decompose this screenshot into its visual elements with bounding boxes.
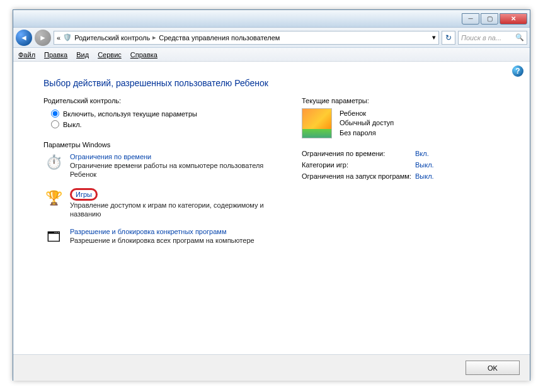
current-params-label: Текущие параметры:: [302, 97, 512, 104]
time-restrictions-link[interactable]: Ограничения по времени: [70, 153, 151, 160]
chevron-down-icon[interactable]: ▾: [432, 33, 436, 42]
search-placeholder: Поиск в па...: [461, 34, 501, 42]
radio-on-label: Включить, используя текущие параметры: [63, 110, 197, 118]
right-column: Текущие параметры: Ребенок Обычный досту…: [302, 97, 512, 256]
windows-params-label: Параметры Windows: [43, 141, 283, 148]
breadcrumb[interactable]: « 🛡️ Родительский контроль ▸ Средства уп…: [54, 31, 439, 45]
user-role: Обычный доступ: [340, 118, 394, 128]
chevron-right-icon: ▸: [152, 33, 156, 42]
radio-off[interactable]: [51, 120, 59, 128]
games-link-highlight: Игры: [70, 188, 98, 201]
breadcrumb-item-2[interactable]: Средства управления пользователем: [159, 34, 280, 42]
menu-help[interactable]: Справка: [130, 51, 157, 59]
breadcrumb-item-1[interactable]: Родительский контроль: [74, 34, 150, 42]
games-desc: Управление доступом к играм по категории…: [70, 201, 283, 219]
programs-desc: Разрешение и блокировка всех программ на…: [70, 236, 283, 245]
param-prog-value[interactable]: Выкл.: [415, 172, 434, 180]
ok-button[interactable]: OK: [466, 361, 520, 375]
param-games-label: Категории игр:: [302, 161, 415, 169]
param-row-programs: Ограничения на запуск программ: Выкл.: [302, 172, 512, 180]
chevron-left-icon: «: [57, 34, 60, 42]
page-title: Выбор действий, разрешенных пользователю…: [43, 78, 512, 88]
refresh-button[interactable]: ↻: [442, 31, 455, 45]
setting-games: 🏆 Игры Управление доступом к играм по ка…: [43, 188, 283, 219]
parental-control-label: Родительский контроль:: [43, 97, 283, 104]
menu-view[interactable]: Вид: [76, 51, 89, 59]
menubar: Файл Правка Вид Сервис Справка: [13, 48, 530, 62]
clock-icon: ⏱️: [43, 152, 64, 172]
games-link[interactable]: Игры: [76, 191, 92, 198]
param-time-value[interactable]: Вкл.: [415, 150, 429, 157]
radio-off-label: Выкл.: [63, 121, 82, 128]
left-column: Родительский контроль: Включить, использ…: [43, 97, 283, 256]
radio-off-row[interactable]: Выкл.: [43, 119, 283, 130]
param-row-time: Ограничения по времени: Вкл.: [302, 150, 512, 157]
search-input[interactable]: Поиск в па... 🔍: [458, 31, 527, 45]
window-icon: 🗔: [43, 227, 64, 247]
forward-button[interactable]: ►: [35, 30, 51, 46]
user-panel: Ребенок Обычный доступ Без пароля: [302, 108, 512, 138]
footer: OK: [13, 354, 530, 381]
trophy-icon: 🏆: [43, 188, 64, 208]
avatar: [302, 108, 332, 138]
titlebar: ─ ▢ ✕: [13, 10, 530, 28]
minimize-button[interactable]: ─: [462, 13, 479, 25]
param-games-value[interactable]: Выкл.: [415, 161, 434, 169]
help-icon[interactable]: ?: [512, 65, 523, 77]
menu-file[interactable]: Файл: [18, 51, 35, 59]
radio-on-row[interactable]: Включить, используя текущие параметры: [43, 108, 283, 119]
user-password: Без пароля: [340, 128, 394, 138]
content: ? Выбор действий, разрешенных пользовате…: [13, 62, 530, 354]
back-button[interactable]: ◄: [16, 30, 32, 46]
setting-time: ⏱️ Ограничения по времени Ограничение вр…: [43, 152, 283, 179]
setting-programs: 🗔 Разрешение и блокировка конкретных про…: [43, 227, 283, 247]
menu-edit[interactable]: Правка: [44, 51, 67, 59]
window: ─ ▢ ✕ ◄ ► « 🛡️ Родительский контроль ▸ С…: [13, 9, 530, 381]
user-name: Ребенок: [340, 109, 394, 118]
close-button[interactable]: ✕: [500, 13, 527, 25]
time-restrictions-desc: Ограничение времени работы на компьютере…: [70, 161, 283, 179]
param-row-games: Категории игр: Выкл.: [302, 161, 512, 169]
maximize-button[interactable]: ▢: [481, 13, 498, 25]
programs-link[interactable]: Разрешение и блокировка конкретных прогр…: [70, 228, 226, 235]
radio-on[interactable]: [51, 109, 59, 118]
param-time-label: Ограничения по времени:: [302, 150, 415, 157]
menu-service[interactable]: Сервис: [98, 51, 122, 59]
navbar: ◄ ► « 🛡️ Родительский контроль ▸ Средств…: [13, 28, 530, 48]
search-icon: 🔍: [515, 33, 524, 42]
shield-icon: 🛡️: [63, 33, 72, 42]
param-prog-label: Ограничения на запуск программ:: [302, 172, 415, 180]
